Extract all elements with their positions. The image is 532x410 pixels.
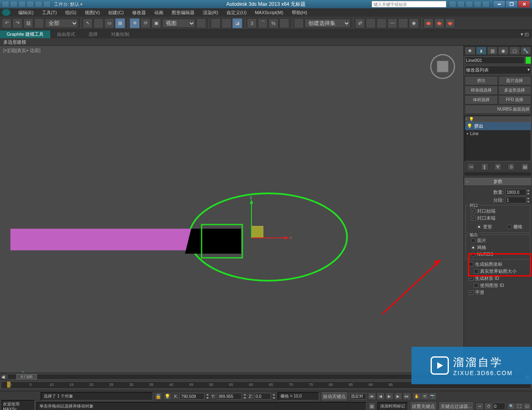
menu-tools[interactable]: 工具(T): [38, 9, 61, 17]
menu-edit[interactable]: 编辑(E): [14, 9, 38, 17]
object-color-swatch[interactable]: [525, 57, 531, 64]
qat-save-icon[interactable]: [18, 1, 26, 7]
modifier-stack[interactable]: ◦💡 💡挤出 ▪Line: [465, 116, 531, 161]
menu-modifiers[interactable]: 修改器: [128, 9, 150, 17]
mod-btn-spline[interactable]: 样条线选择: [465, 86, 498, 95]
mod-btn-patch[interactable]: 面片选择: [498, 76, 532, 85]
amount-input[interactable]: [505, 189, 526, 195]
menu-help[interactable]: 帮助(H): [288, 9, 311, 17]
qat-undo-icon[interactable]: [27, 1, 34, 7]
remove-mod-icon[interactable]: ö: [507, 163, 515, 170]
ribbon-tab-freeform[interactable]: 自由形式: [50, 30, 82, 38]
nav-max-icon[interactable]: ◱: [523, 403, 531, 410]
minimize-button[interactable]: ━: [493, 0, 505, 8]
exchange-icon[interactable]: [466, 1, 473, 7]
lock-selection-icon[interactable]: 🔒: [155, 393, 162, 400]
current-frame-input[interactable]: [493, 403, 505, 410]
key-filters-button[interactable]: 关键点过滤器...: [438, 401, 474, 410]
amount-spin-up[interactable]: ▲: [526, 189, 530, 192]
edit-named-sel-icon[interactable]: [294, 18, 304, 28]
menu-view[interactable]: 视图(V): [81, 9, 104, 17]
redo-icon[interactable]: ↷: [12, 18, 22, 28]
render-frame-icon[interactable]: 🫖: [434, 18, 444, 28]
maxscript-listener[interactable]: 欢迎使用 MAXSc: [2, 400, 35, 410]
menu-create[interactable]: 创建(C): [104, 9, 128, 17]
qat-open-icon[interactable]: [10, 1, 17, 7]
menu-rendering[interactable]: 渲染(R): [199, 9, 222, 17]
show-end-icon[interactable]: ∥: [481, 163, 488, 170]
stack-item-line[interactable]: ▪Line: [465, 130, 531, 137]
segments-spin-up[interactable]: ▲: [526, 197, 530, 200]
use-shape-checkbox[interactable]: [474, 283, 478, 288]
amount-spin-down[interactable]: ▼: [526, 192, 530, 195]
viewport[interactable]: [+][顶][真实+ 边面] x y y x: [0, 46, 463, 373]
percent-snap-icon[interactable]: %: [268, 18, 278, 28]
modifier-list-dropdown[interactable]: 修改器列表▾: [465, 66, 531, 74]
segments-spin-down[interactable]: ▼: [526, 200, 530, 203]
cap-end-checkbox[interactable]: ✓: [471, 216, 475, 220]
stack-item-extrude[interactable]: 💡挤出: [465, 122, 531, 130]
nav-pan-icon[interactable]: ✋: [413, 393, 421, 400]
utilities-tab-icon[interactable]: 🔧: [520, 47, 531, 55]
z-coord-input[interactable]: [254, 393, 271, 400]
move-icon[interactable]: ✥: [130, 18, 140, 28]
mod-btn-extrude[interactable]: 挤出: [465, 76, 498, 85]
prev-frame-icon[interactable]: ◀: [377, 393, 385, 400]
goto-start-icon[interactable]: ⏮: [368, 393, 376, 400]
hierarchy-tab-icon[interactable]: ▥: [487, 47, 498, 55]
select-name-icon[interactable]: [94, 18, 103, 28]
time-config-icon[interactable]: ⏱: [484, 403, 493, 410]
menu-maxscript[interactable]: MAXScript(M): [251, 9, 287, 16]
select-icon[interactable]: ↖: [83, 18, 93, 28]
layers-icon[interactable]: [377, 18, 387, 28]
selection-filter-dropdown[interactable]: 全部: [45, 19, 78, 28]
play-icon[interactable]: ▶: [385, 393, 394, 400]
object-name-input[interactable]: [465, 57, 525, 64]
qat-link-icon[interactable]: [43, 1, 51, 7]
segments-input[interactable]: [505, 197, 526, 203]
ribbon-tab-selection[interactable]: 选择: [82, 30, 104, 38]
favorites-icon[interactable]: [474, 1, 481, 7]
qat-redo-icon[interactable]: [35, 1, 42, 7]
snap-3d-icon[interactable]: 3: [247, 18, 257, 28]
render-icon[interactable]: 🫖: [445, 18, 455, 28]
make-unique-icon[interactable]: ∀: [494, 163, 502, 170]
patch-radio[interactable]: [471, 238, 475, 243]
snap-toggle-icon[interactable]: ◪: [232, 18, 242, 28]
menu-group[interactable]: 组(G): [61, 9, 81, 17]
pin-stack-icon[interactable]: ⊸: [467, 163, 475, 170]
ribbon-tab-paint[interactable]: 对象绘制: [104, 30, 136, 38]
link-icon[interactable]: ⛓: [23, 18, 33, 28]
nav-arc-icon[interactable]: ⟲: [421, 393, 429, 400]
goto-end-icon[interactable]: ⏭: [403, 393, 411, 400]
gen-map-checkbox[interactable]: [469, 262, 473, 267]
mesh-radio[interactable]: [471, 245, 475, 250]
help-search-input[interactable]: [372, 1, 446, 7]
create-tab-icon[interactable]: ✸: [465, 47, 475, 55]
nurbs-radio[interactable]: [471, 252, 475, 257]
smooth-checkbox[interactable]: ✓: [469, 290, 473, 295]
set-key-button[interactable]: 设置关键点: [410, 401, 437, 410]
morph-radio[interactable]: [477, 225, 481, 229]
nav-dolly-icon[interactable]: 📷: [429, 393, 437, 400]
ribbon-tab-graphite[interactable]: Graphite 建模工具: [0, 30, 50, 38]
menu-animation[interactable]: 动画: [150, 9, 167, 17]
auto-key-button[interactable]: 自动关键点: [321, 391, 348, 401]
display-tab-icon[interactable]: ▢: [509, 47, 520, 55]
qat-new-icon[interactable]: [2, 1, 9, 7]
window-crossing-icon[interactable]: ▦: [115, 18, 125, 28]
config-sets-icon[interactable]: ▤: [521, 163, 529, 170]
motion-tab-icon[interactable]: ◉: [498, 47, 509, 55]
app-menu-icon[interactable]: [2, 9, 11, 16]
rotate-icon[interactable]: ⟳: [140, 18, 150, 28]
close-button[interactable]: ✕: [518, 0, 530, 8]
keyboard-shortcut-icon[interactable]: [222, 18, 232, 28]
angle-snap-icon[interactable]: ⌒: [258, 18, 268, 28]
mirror-icon[interactable]: ⇄: [355, 18, 365, 28]
time-slider-thumb[interactable]: 0 / 100: [16, 374, 37, 379]
schematic-icon[interactable]: [398, 18, 408, 28]
mod-btn-nurbs[interactable]: NURBS 曲面选择: [465, 105, 531, 114]
rollout-header-params[interactable]: -参数: [464, 177, 532, 186]
ribbon-panel-label[interactable]: 多边形建模: [0, 38, 532, 46]
next-frame-icon[interactable]: ▶: [394, 393, 402, 400]
